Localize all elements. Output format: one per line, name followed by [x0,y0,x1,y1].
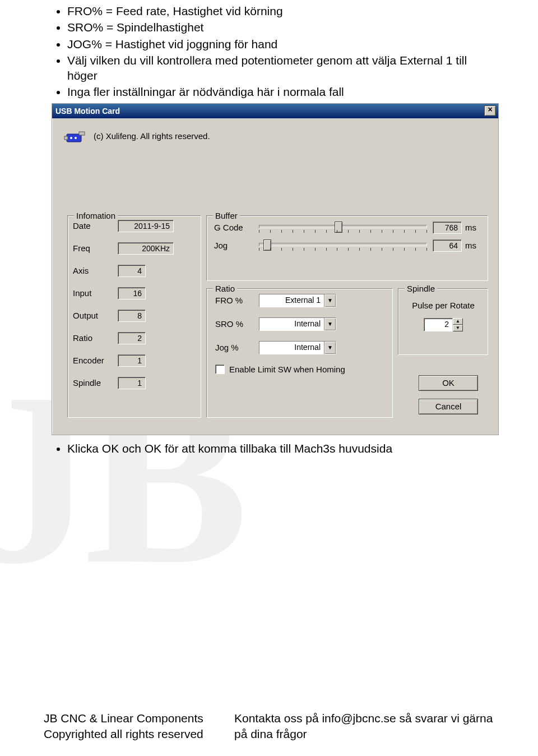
list-item: FRO% = Feed rate, Hastighet vid körning [67,3,494,19]
usb-card-icon [63,126,86,146]
buffer-gcode-unit: ms [465,223,481,232]
about-text: (c) Xulifeng. All rights reserved. [94,131,210,141]
info-ratio-label: Ratio [73,333,118,343]
buffer-jog-unit: ms [465,241,481,250]
info-freq-label: Freq [73,243,118,253]
ratio-sro-label: SRO % [215,319,259,329]
page-footer: JB CNC & Linear Components Copyrighted a… [44,711,494,741]
info-encoder-label: Encoder [73,356,118,365]
cancel-button[interactable]: Cancel [419,399,478,414]
info-output-label: Output [73,311,118,320]
list-item: Välj vilken du vill kontrollera med pote… [67,53,494,84]
spinner-up-icon[interactable]: ▲ [453,318,463,325]
footer-contact: Kontakta oss på info@jbcnc.se så svarar … [234,711,494,741]
group-legend: Infomation [74,211,118,220]
info-axis-label: Axis [73,266,118,275]
buffer-jog-value: 64 [433,239,462,252]
group-legend: Ratio [213,284,237,293]
spinner-down-icon[interactable]: ▼ [453,325,463,331]
about-row: (c) Xulifeng. All rights reserved. [63,126,490,146]
group-legend: Spindle [405,284,437,293]
buffer-gcode-label: G Code [214,223,253,232]
group-information: Infomation Date2011-9-15 Freq200KHz Axis… [68,216,201,418]
combo-text: External 1 [259,294,324,307]
close-button[interactable]: × [484,105,496,116]
info-spindle-value: 1 [118,377,146,389]
chevron-down-icon[interactable]: ▼ [324,294,336,307]
list-item: SRO% = Spindelhastighet [67,20,494,35]
footer-company: JB CNC & Linear Components [44,711,234,726]
list-item: JOG% = Hastighet vid joggning för hand [67,36,494,52]
group-legend: Buffer [213,211,240,220]
ratio-jog-label: Jog % [215,343,259,352]
list-item: Inga fler inställningar är nödvändiga hä… [67,84,494,99]
info-axis-value: 4 [118,265,146,277]
info-output-value: 8 [118,310,146,322]
group-buffer: Buffer G Code 768 ms Jog [207,216,488,281]
svg-point-4 [75,137,77,139]
spindle-ppr-label: Pulse per Rotate [399,301,488,310]
ratio-sro-combo[interactable]: Internal ▼ [259,317,336,331]
ok-button[interactable]: OK [419,375,478,391]
group-ratio: Ratio FRO % External 1 ▼ SRO % Internal … [207,289,393,418]
buffer-gcode-value: 768 [433,222,462,234]
usb-motion-card-dialog: USB Motion Card × (c) Xulifeng. All righ… [52,103,499,435]
info-spindle-label: Spindle [73,378,118,388]
info-freq-value: 200KHz [118,242,174,255]
enable-limit-sw-label: Enable Limit SW when Homing [229,365,345,374]
combo-text: Internal [259,318,324,330]
bullet-list-bottom: Klicka OK och OK för att komma tillbaka … [44,441,494,456]
info-input-label: Input [73,288,118,298]
svg-point-3 [70,137,72,139]
ratio-fro-combo[interactable]: External 1 ▼ [259,294,336,307]
svg-rect-1 [64,136,68,140]
group-spindle: Spindle Pulse per Rotate 2 ▲ ▼ [398,289,488,355]
enable-limit-sw-checkbox[interactable] [215,365,225,374]
buffer-jog-slider[interactable] [257,239,429,252]
buffer-gcode-slider[interactable] [257,221,429,234]
info-input-value: 16 [118,287,146,299]
ratio-jog-combo[interactable]: Internal ▼ [259,341,336,354]
svg-rect-2 [79,132,85,135]
info-ratio-value: 2 [118,332,146,344]
list-item: Klicka OK och OK för att komma tillbaka … [67,441,494,456]
bullet-list-top: FRO% = Feed rate, Hastighet vid körning … [44,3,494,100]
chevron-down-icon[interactable]: ▼ [324,342,336,354]
spindle-ppr-spinner[interactable]: 2 ▲ ▼ [424,318,463,331]
footer-copyright: Copyrighted all rights reserved [44,726,234,741]
combo-text: Internal [259,342,324,354]
info-date-label: Date [73,221,118,231]
dialog-title: USB Motion Card [54,107,484,116]
ratio-fro-label: FRO % [215,296,259,305]
info-date-value: 2011-9-15 [118,220,174,232]
spindle-ppr-value: 2 [424,318,453,331]
titlebar[interactable]: USB Motion Card × [52,104,498,118]
chevron-down-icon[interactable]: ▼ [324,318,336,330]
buffer-jog-label: Jog [214,241,253,250]
info-encoder-value: 1 [118,354,146,367]
